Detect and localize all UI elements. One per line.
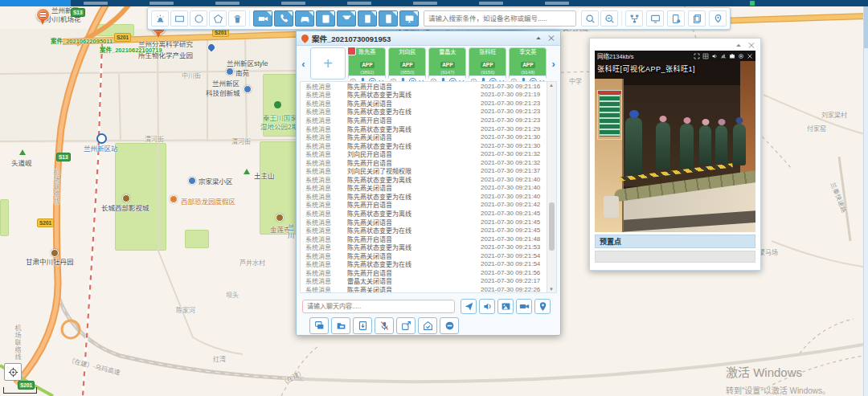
- add-member-card[interactable]: +: [310, 47, 346, 80]
- navbar-menu-item[interactable]: [281, 2, 305, 5]
- strip-next-button[interactable]: ›: [549, 47, 558, 80]
- location-button[interactable]: [534, 299, 551, 314]
- home-check-button[interactable]: [418, 317, 437, 334]
- member-card[interactable]: 雷晶太 APP (9147): [428, 47, 466, 80]
- video-overlay-title: 张科旺[可视化APP_张科旺1]: [597, 63, 695, 74]
- export-button[interactable]: [396, 317, 416, 334]
- scrollbar-thumb[interactable]: [549, 202, 555, 251]
- navbar-menu-item[interactable]: [413, 2, 437, 5]
- preset-points-header[interactable]: 预置点: [595, 235, 755, 248]
- member-card[interactable]: 李文英 APP (9148): [509, 47, 547, 80]
- shape-pentagon-button[interactable]: [209, 10, 227, 27]
- page-scrollbar-thumb[interactable]: [864, 2, 868, 48]
- car-button[interactable]: [295, 10, 314, 27]
- message-time: 2021-07-30 09:21:16: [481, 83, 556, 90]
- screens-button[interactable]: [309, 317, 329, 334]
- locate-button[interactable]: [4, 363, 22, 381]
- tablet-button[interactable]: [379, 10, 398, 27]
- map-toolbar: [147, 7, 731, 30]
- message-row: 系统消息 陈先燕关闭语音 2021-07-30 09:21:23: [301, 99, 556, 108]
- domecam-button[interactable]: [337, 10, 356, 27]
- video-close-button[interactable]: [747, 41, 755, 49]
- device-search-input[interactable]: [424, 10, 576, 27]
- scroll-down-icon[interactable]: ▼: [549, 287, 554, 292]
- message-scrollbar[interactable]: ▲ ▼: [547, 82, 556, 292]
- case-marker[interactable]: [36, 8, 50, 22]
- phone-button[interactable]: [274, 10, 293, 27]
- navbar-menu-item[interactable]: [215, 2, 240, 5]
- message-row: 系统消息 陈先燕状态变更为离线 2021-07-30 09:21:19: [301, 91, 556, 100]
- building-button[interactable]: [358, 10, 377, 27]
- case-marker-label[interactable]: 案件_20210622095011: [51, 36, 113, 45]
- video-player[interactable]: 网络2134kb/s 张科旺[可视化APP_张科旺1]: [595, 51, 755, 232]
- record-button[interactable]: [737, 52, 744, 59]
- strip-prev-button[interactable]: ‹: [299, 47, 308, 80]
- message-time: 2021-07-30 09:21:30: [481, 133, 556, 141]
- navbar-menu-item[interactable]: [347, 2, 371, 5]
- shape-rect-button[interactable]: [170, 10, 188, 27]
- siren-button[interactable]: [151, 10, 169, 27]
- member-card[interactable]: 刘向民 APP (9550): [388, 47, 426, 80]
- video-minimize-button[interactable]: [735, 41, 743, 49]
- multiview-button[interactable]: [702, 52, 709, 59]
- navbar-menu-item[interactable]: [84, 2, 108, 5]
- tv-button[interactable]: [399, 10, 419, 27]
- pin-route-button[interactable]: [709, 10, 727, 27]
- message-time: 2021-07-30 09:21:32: [481, 159, 556, 166]
- search-button[interactable]: [581, 10, 599, 27]
- member-strip: ‹ + 陈先燕 APP (3892): [299, 47, 558, 80]
- map-poi-icon: [19, 149, 26, 155]
- message-time: 2021-07-30 09:21:40: [481, 193, 556, 200]
- message-type: 系统消息: [301, 285, 347, 293]
- close-x-button[interactable]: [746, 52, 753, 59]
- trash-button[interactable]: [228, 10, 246, 27]
- cctv-button[interactable]: [253, 10, 272, 27]
- scroll-up-icon[interactable]: ▲: [549, 83, 554, 88]
- tree-org-button[interactable]: [625, 10, 643, 27]
- block-button[interactable]: [440, 317, 459, 334]
- camcorder-button[interactable]: [516, 299, 532, 314]
- case-marker-label[interactable]: 案件_20210622100719: [100, 45, 162, 54]
- doc-gear-button[interactable]: [667, 10, 685, 27]
- snapshot-button[interactable]: [728, 52, 735, 59]
- message-row: 系统消息 陈先燕开启语音 2021-07-30 09:21:23: [301, 116, 556, 125]
- folder-button[interactable]: [331, 317, 350, 334]
- member-app-badge: APP: [360, 62, 374, 67]
- audio-button[interactable]: [479, 299, 495, 314]
- message-row: 系统消息 陈先燕状态变更为离线 2021-07-30 09:21:40: [301, 175, 556, 184]
- chat-input[interactable]: [302, 300, 455, 313]
- monitor2-button[interactable]: [646, 10, 664, 27]
- close-button[interactable]: [547, 35, 555, 43]
- navbar-menu-item[interactable]: [149, 2, 174, 5]
- image-button[interactable]: [497, 299, 514, 314]
- navbar-menu-item[interactable]: [479, 2, 503, 5]
- message-list[interactable]: 系统消息 陈先燕开启语音 2021-07-30 09:21:16 系统消息 陈先…: [300, 81, 557, 293]
- message-content: 陈先燕状态变更为在线: [347, 226, 481, 235]
- case-panel-titlebar[interactable]: 案件_20210730091953: [297, 31, 560, 46]
- navbar-menu-item[interactable]: [545, 2, 569, 5]
- minimize-icon: [735, 40, 743, 51]
- send-button[interactable]: [461, 299, 477, 314]
- fullscreen-button[interactable]: [693, 52, 700, 59]
- video-scene-sack: [604, 196, 619, 218]
- stream-button[interactable]: [719, 52, 727, 59]
- chat-row: [302, 298, 551, 314]
- member-card[interactable]: 张科旺 APP (9156): [469, 47, 506, 80]
- mic-off-button[interactable]: [375, 317, 394, 334]
- map-poi-icon: [188, 177, 196, 185]
- message-content: 刘向民关闭了视频权限: [347, 166, 481, 175]
- doc-copy-button[interactable]: [688, 10, 706, 27]
- member-card[interactable]: 陈先燕 APP (3892): [348, 47, 386, 80]
- search-minus-button[interactable]: [600, 10, 618, 27]
- map-label: 芦井水村: [240, 258, 265, 267]
- minimize-button[interactable]: [534, 35, 542, 43]
- page-scrollbar[interactable]: [863, 0, 868, 396]
- case-panel: 案件_20210730091953 ‹ + 陈先燕 APP (3892): [296, 31, 561, 336]
- device-download-button[interactable]: [353, 317, 372, 334]
- shape-circle-button[interactable]: [190, 10, 207, 27]
- video-panel-titlebar[interactable]: [590, 39, 760, 51]
- calculator-button[interactable]: [316, 10, 335, 27]
- navbar-active-menu[interactable]: [0, 0, 71, 6]
- volume-button[interactable]: [710, 52, 718, 59]
- preset-points-row[interactable]: [595, 251, 755, 263]
